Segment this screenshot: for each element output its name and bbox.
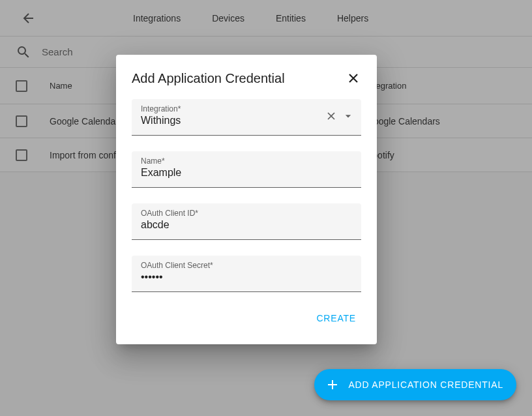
integration-input[interactable] <box>141 113 352 126</box>
combo-actions <box>325 110 355 123</box>
client-secret-input[interactable] <box>141 270 352 283</box>
client-secret-field[interactable]: OAuth Client Secret* <box>132 256 361 292</box>
dialog-header: Add Application Credential <box>132 70 361 86</box>
close-button[interactable] <box>346 70 361 86</box>
name-label: Name* <box>141 156 352 166</box>
client-secret-label: OAuth Client Secret* <box>141 261 352 270</box>
plus-icon <box>325 377 340 393</box>
chevron-down-icon[interactable] <box>342 110 355 123</box>
dialog-actions: CREATE <box>132 308 361 329</box>
client-id-label: OAuth Client ID* <box>141 209 352 218</box>
clear-icon[interactable] <box>325 110 338 123</box>
integration-label: Integration* <box>141 104 352 113</box>
dialog-title: Add Application Credential <box>132 71 285 86</box>
integration-field[interactable]: Integration* <box>132 99 361 136</box>
add-application-credential-fab[interactable]: ADD APPLICATION CREDENTIAL <box>314 369 516 400</box>
client-id-input[interactable] <box>141 218 352 231</box>
client-id-field[interactable]: OAuth Client ID* <box>132 203 361 240</box>
name-input[interactable] <box>141 166 352 179</box>
create-button[interactable]: CREATE <box>311 308 361 329</box>
name-field[interactable]: Name* <box>132 151 361 188</box>
close-icon <box>346 70 361 86</box>
fab-label: ADD APPLICATION CREDENTIAL <box>348 379 503 390</box>
add-credential-dialog: Add Application Credential Integration* … <box>116 55 377 344</box>
